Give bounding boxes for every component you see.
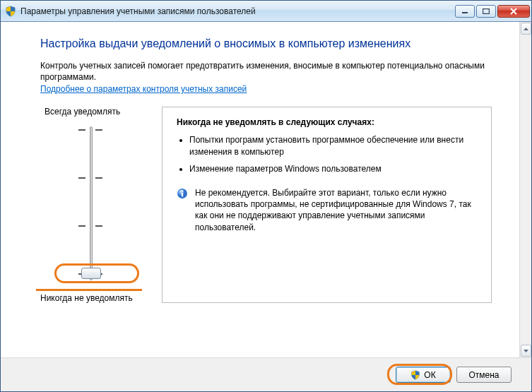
panel-bullet: Попытки программ установить программное … xyxy=(189,134,477,157)
vertical-scrollbar[interactable] xyxy=(519,22,531,357)
svg-rect-5 xyxy=(182,192,183,196)
slider-tick xyxy=(78,177,85,179)
svg-rect-1 xyxy=(483,8,490,13)
content: Настройка выдачи уведомлений о вносимых … xyxy=(1,22,531,357)
svg-rect-0 xyxy=(462,12,468,13)
window-title: Параметры управления учетными записями п… xyxy=(20,6,256,16)
notification-slider[interactable] xyxy=(53,122,146,285)
slider-label-bottom: Никогда не уведомлять xyxy=(40,293,146,303)
panel-title: Никогда не уведомлять в следующих случая… xyxy=(177,117,477,127)
titlebar[interactable]: Параметры управления учетными записями п… xyxy=(1,1,531,22)
slider-label-top: Всегда уведомлять xyxy=(45,107,146,117)
panel-bullet-list: Попытки программ установить программное … xyxy=(177,134,477,174)
svg-point-4 xyxy=(182,190,184,192)
scroll-down-button[interactable] xyxy=(521,345,531,357)
learn-more-link[interactable]: Подробнее о параметрах контроля учетных … xyxy=(40,84,247,94)
panel-bullet: Изменение параметров Windows пользовател… xyxy=(189,163,477,174)
info-text: Не рекомендуется. Выбирайте этот вариант… xyxy=(195,187,477,233)
cancel-button-label: Отмена xyxy=(468,370,499,380)
info-icon xyxy=(177,188,188,199)
slider-tick xyxy=(95,177,102,179)
slider-tick xyxy=(95,129,102,131)
intro-text: Контроль учетных записей помогает предот… xyxy=(40,60,492,83)
cancel-button[interactable]: Отмена xyxy=(456,367,512,383)
slider-track xyxy=(90,126,93,280)
annotation-underline xyxy=(36,289,142,291)
slider-thumb[interactable] xyxy=(81,268,101,279)
ok-button[interactable]: ОК xyxy=(396,367,451,383)
slider-tick xyxy=(78,225,85,227)
main-row: Всегда уведомлять Никогда xyxy=(40,107,492,303)
slider-column: Всегда уведомлять Никогда xyxy=(40,107,146,303)
minimize-button[interactable] xyxy=(455,5,475,18)
slider-tick xyxy=(95,225,102,227)
info-row: Не рекомендуется. Выбирайте этот вариант… xyxy=(177,187,477,233)
ok-button-label: ОК xyxy=(424,370,435,380)
client-area: Настройка выдачи уведомлений о вносимых … xyxy=(1,22,531,391)
page-title: Настройка выдачи уведомлений о вносимых … xyxy=(40,37,492,50)
shield-icon xyxy=(5,6,16,17)
shield-icon xyxy=(410,370,420,380)
maximize-button[interactable] xyxy=(476,5,496,18)
footer: ОК Отмена xyxy=(1,357,531,391)
uac-settings-window: Параметры управления учетными записями п… xyxy=(0,0,532,392)
description-panel: Никогда не уведомлять в следующих случая… xyxy=(162,107,492,303)
slider-tick xyxy=(78,129,85,131)
close-button[interactable] xyxy=(497,5,530,18)
scroll-up-button[interactable] xyxy=(521,23,531,35)
